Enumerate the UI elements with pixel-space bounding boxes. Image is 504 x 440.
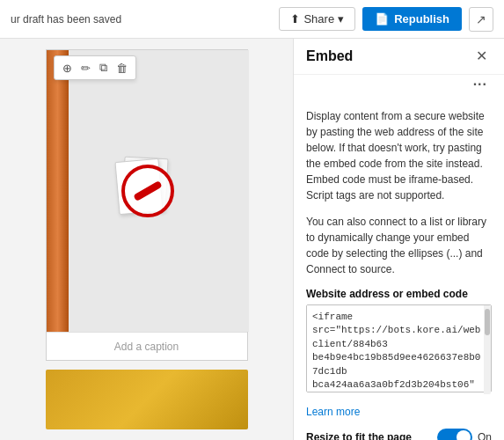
description-text-2: You can also connect to a list or librar… <box>306 214 492 277</box>
toggle-wrapper: On <box>437 429 492 440</box>
image-block: ⊕ ✏ ⧉ 🗑 Add a caption <box>46 49 248 361</box>
republish-label: Republish <box>394 12 449 26</box>
close-icon: ✕ <box>476 48 487 63</box>
code-section: Website address or embed code <box>306 288 492 395</box>
embed-code-textarea[interactable] <box>306 304 492 392</box>
panel-close-button[interactable]: ✕ <box>471 48 492 65</box>
no-entry-icon <box>121 165 174 217</box>
copy-tool-button[interactable]: ⧉ <box>96 59 111 77</box>
more-icon: ··· <box>473 77 487 92</box>
caption-text: Add a caption <box>114 341 179 353</box>
delete-tool-button[interactable]: 🗑 <box>113 60 131 77</box>
share-icon: ⬆ <box>290 12 300 26</box>
share-button[interactable]: ⬆ Share ▾ <box>279 7 355 31</box>
expand-button[interactable]: ↗ <box>469 7 493 32</box>
embed-panel: Embed ✕ ··· Display content from a secur… <box>293 39 504 440</box>
image-canvas <box>47 50 249 332</box>
toggle-on-label: On <box>478 431 492 440</box>
description-text-1: Display content from a secure website by… <box>306 108 492 203</box>
no-entry-bar <box>133 180 162 202</box>
resize-row: Resize to fit the page On <box>306 429 492 440</box>
editor-area: ⊕ ✏ ⧉ 🗑 Add a caption <box>0 39 293 440</box>
image-toolbar: ⊕ ✏ ⧉ 🗑 <box>54 55 136 80</box>
top-bar: ur draft has been saved ⬆ Share ▾ 📄 Repu… <box>0 0 504 39</box>
code-label: Website address or embed code <box>306 288 492 300</box>
republish-icon: 📄 <box>375 12 389 26</box>
expand-icon: ↗ <box>476 12 486 26</box>
caption-bar[interactable]: Add a caption <box>47 332 247 360</box>
doc-icon-wrapper <box>121 165 174 217</box>
learn-more-link[interactable]: Learn more <box>306 406 492 418</box>
scrollbar-thumb <box>485 309 490 335</box>
thumbnail-strip <box>46 370 248 429</box>
resize-label: Resize to fit the page <box>306 431 430 440</box>
panel-header: Embed ✕ <box>294 39 504 75</box>
republish-button[interactable]: 📄 Republish <box>362 7 462 31</box>
scrollbar <box>484 305 491 394</box>
main-area: ⊕ ✏ ⧉ 🗑 Add a caption <box>0 39 504 440</box>
draft-saved-text: ur draft has been saved <box>11 13 272 26</box>
toggle-slider <box>437 429 472 440</box>
share-chevron-icon: ▾ <box>338 12 344 26</box>
resize-toggle[interactable] <box>437 429 472 440</box>
textarea-wrapper <box>306 304 492 395</box>
move-tool-button[interactable]: ⊕ <box>59 60 76 77</box>
share-label: Share <box>303 12 334 26</box>
edit-tool-button[interactable]: ✏ <box>77 60 94 77</box>
panel-more-button[interactable]: ··· <box>469 75 492 94</box>
panel-more-row: ··· <box>294 75 504 98</box>
panel-body: Display content from a secure website by… <box>294 98 504 440</box>
panel-title: Embed <box>306 48 471 64</box>
